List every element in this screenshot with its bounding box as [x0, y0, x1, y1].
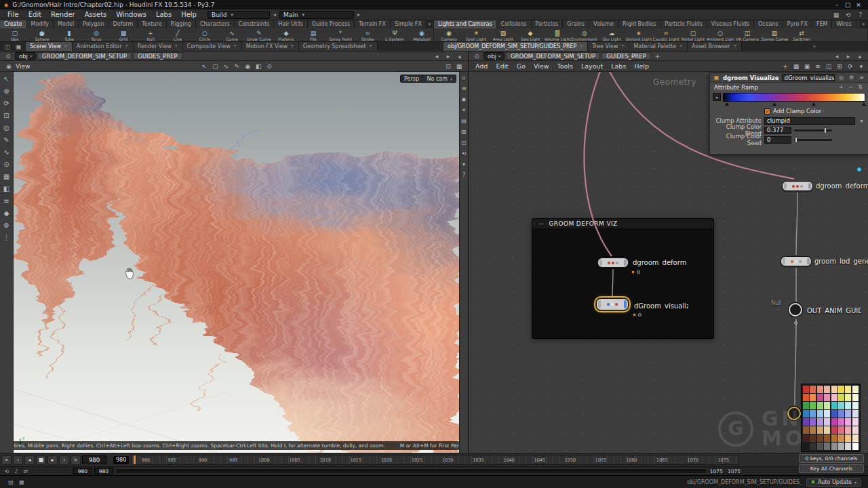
palette-swatch-32[interactable]: [803, 418, 809, 426]
shelf-tab-terrain-fx[interactable]: Terrain FX: [355, 20, 391, 28]
shelf-tool-stroke[interactable]: ≈Stroke: [354, 28, 381, 42]
palette-swatch-44[interactable]: [831, 426, 837, 434]
shelf-tool-sphere[interactable]: ●Sphere: [28, 28, 56, 42]
shelf-tool-spot-light[interactable]: ☀Spot Light: [462, 28, 490, 42]
net-add-icon[interactable]: +: [781, 62, 790, 71]
add-clamp-color-checkbox[interactable]: ✓: [764, 108, 770, 115]
palette-swatch-13[interactable]: [838, 394, 844, 401]
shelf-tab-fem[interactable]: FEM: [812, 20, 833, 28]
pane-tab-affix[interactable]: ×: [64, 42, 68, 51]
palette-swatch-46[interactable]: [845, 426, 851, 434]
clump-color-blend-slider[interactable]: [794, 129, 832, 131]
lighting-icon[interactable]: ☀: [460, 107, 468, 114]
shelf-tab-lights-and-cameras[interactable]: Lights and Cameras: [434, 20, 497, 28]
palette-swatch-36[interactable]: [831, 418, 837, 426]
palette-swatch-47[interactable]: [852, 426, 859, 434]
palette-swatch-37[interactable]: [838, 418, 844, 426]
shelf-tab-model[interactable]: Model: [54, 20, 79, 28]
palette-swatch-1[interactable]: [810, 386, 816, 393]
palette-swatch-58[interactable]: [817, 443, 823, 450]
forward-icon[interactable]: ▸: [844, 53, 853, 60]
auto-update-dropdown[interactable]: Auto Update ▾: [806, 478, 861, 487]
jump-start-button[interactable]: «: [1, 455, 12, 465]
desktop-layout-icon[interactable]: ▦: [831, 12, 841, 18]
palette-swatch-54[interactable]: [845, 434, 851, 442]
pane-tab-affix[interactable]: +: [733, 42, 737, 51]
pane-tab-scene-view[interactable]: Scene View×: [26, 42, 73, 51]
settings-icon[interactable]: ⚙: [2, 220, 12, 231]
node-groom-lod-generate[interactable]: [781, 256, 812, 266]
new-pane-tab-button[interactable]: +: [810, 43, 819, 51]
param-pin-icon[interactable]: ◎: [837, 75, 845, 81]
sync-icon[interactable]: ⟲: [844, 12, 853, 18]
shelf-tool-null[interactable]: +Null: [137, 28, 164, 42]
node-info-badge[interactable]: [638, 313, 642, 317]
shelf-tool-box[interactable]: ▢Box: [1, 28, 28, 42]
palette-swatch-15[interactable]: [852, 394, 859, 401]
global-start-field[interactable]: 980: [73, 468, 92, 474]
lasso-pick-icon[interactable]: ∿: [221, 62, 231, 71]
shelf-tool-tube[interactable]: ▮Tube: [56, 28, 83, 42]
net-menu-edit[interactable]: Edit: [492, 61, 512, 71]
play-button[interactable]: ▸: [47, 455, 58, 465]
shelf-tool-curve[interactable]: ∿Curve: [218, 28, 245, 42]
up-level-icon[interactable]: ▴: [855, 53, 865, 60]
next-desktop-button[interactable]: ▸: [355, 12, 363, 18]
message-log-icon[interactable]: ▤: [7, 479, 15, 485]
palette-swatch-0[interactable]: [803, 386, 809, 393]
shelf-tool-portal-light[interactable]: ▢Portal Light: [679, 28, 707, 42]
palette-swatch-38[interactable]: [845, 418, 851, 426]
palette-swatch-27[interactable]: [824, 410, 830, 418]
param-menu-icon[interactable]: ≡: [858, 75, 865, 81]
palette-swatch-43[interactable]: [824, 426, 830, 434]
rotate-icon[interactable]: ⟳: [2, 98, 12, 109]
shelf-tool-switcher[interactable]: ⇄Switcher: [788, 28, 815, 42]
network-pin-icon[interactable]: [856, 167, 862, 172]
shelf-tool-file[interactable]: ▤File: [300, 28, 327, 42]
net-overview-icon[interactable]: ▣: [802, 62, 812, 71]
pane-tab-affix[interactable]: +: [233, 42, 237, 51]
palette-swatch-23[interactable]: [852, 402, 859, 409]
pane-tab-asset-browser[interactable]: Asset Browser+: [688, 42, 742, 51]
keys-channels-button[interactable]: 0 keys, 0/0 channels: [799, 454, 864, 463]
move-icon[interactable]: ⊕: [2, 86, 12, 97]
palette-swatch-50[interactable]: [817, 434, 823, 442]
performance-monitor-icon[interactable]: ▦: [18, 479, 26, 485]
palette-swatch-9[interactable]: [810, 394, 816, 401]
palette-swatch-63[interactable]: [852, 443, 859, 450]
main-take-dropdown[interactable]: Main▾: [279, 11, 354, 19]
shelf-tab-pyro-fx[interactable]: Pyro FX: [783, 20, 812, 28]
wireframe-icon[interactable]: ▥: [460, 129, 468, 136]
palette-swatch-62[interactable]: [845, 443, 851, 450]
home-view-icon[interactable]: ⌂: [460, 75, 468, 81]
loop-mode-icon[interactable]: ⇄: [22, 468, 30, 474]
palette-swatch-29[interactable]: [838, 410, 844, 418]
shelf-tool-distant-light[interactable]: ∗Distant Light: [625, 28, 652, 42]
crumb-guides-prep[interactable]: GUIDES_PREP: [133, 52, 182, 60]
palette-swatch-45[interactable]: [838, 426, 844, 434]
shelf-tool-line[interactable]: ╱Line: [164, 28, 191, 42]
pane-tab-affix[interactable]: +: [369, 42, 373, 51]
shelf-tool-area-light[interactable]: ▧Area Light: [490, 28, 517, 42]
playhead-marker[interactable]: [134, 455, 136, 464]
grid-icon[interactable]: ▦: [2, 171, 12, 182]
snap-icon[interactable]: ⊙: [2, 159, 12, 170]
node-dgroom-deform1[interactable]: [782, 181, 813, 191]
pane-tab-affix[interactable]: +: [290, 42, 294, 51]
shelf-tab-viscous-fluids[interactable]: Viscous Fluids: [707, 20, 754, 28]
pane-tab-geometry-spreadsheet[interactable]: Geometry Spreadsheet+: [299, 42, 378, 51]
crumb-guides-prep[interactable]: GUIDES_PREP: [601, 52, 650, 60]
stop-button[interactable]: ■: [36, 455, 46, 465]
palette-swatch-39[interactable]: [852, 418, 859, 426]
shelf-tab-hair-utils[interactable]: Hair Utils: [274, 20, 308, 28]
shelf-tool-sky-light[interactable]: ☁Sky Light: [598, 28, 625, 42]
marker-icon[interactable]: ◆: [2, 208, 12, 219]
pane-tab-affix[interactable]: +: [125, 42, 129, 51]
node-info-badge[interactable]: [794, 321, 797, 325]
background-icon[interactable]: ◫: [460, 140, 468, 146]
shelf-tab-wires[interactable]: Wires: [832, 20, 856, 28]
ramp-marker[interactable]: [772, 102, 776, 106]
palette-swatch-28[interactable]: [831, 410, 837, 418]
shelf-tool-caustic-light[interactable]: ≈Caustic Light: [652, 28, 679, 42]
palette-swatch-6[interactable]: [845, 386, 851, 393]
